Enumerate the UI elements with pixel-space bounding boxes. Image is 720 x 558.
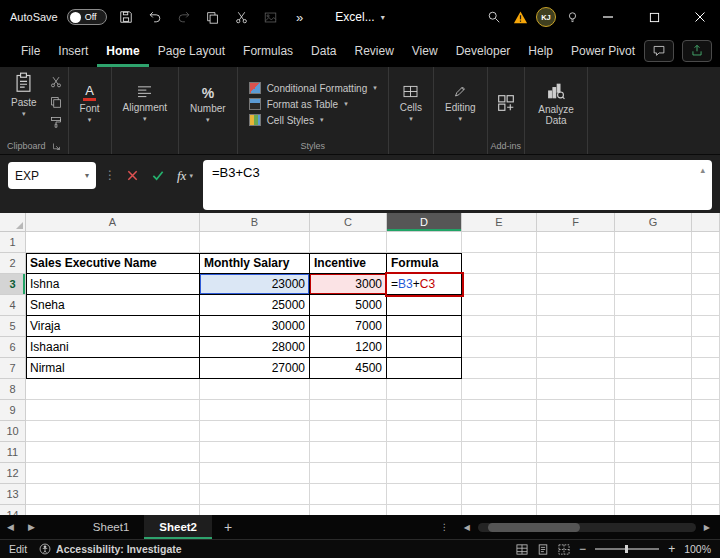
cell-a7[interactable]: Nirmal	[26, 358, 200, 379]
menu-tab-data[interactable]: Data	[302, 34, 345, 67]
formula-input[interactable]: =B3+C3	[203, 160, 712, 210]
cell-b3[interactable]: 23000	[200, 274, 310, 295]
cell-g8[interactable]	[615, 379, 692, 400]
cell-d6[interactable]	[387, 337, 462, 358]
row-header-9[interactable]: 9	[0, 400, 26, 421]
cell-d8[interactable]	[387, 379, 462, 400]
cell-a4[interactable]: Sneha	[26, 295, 200, 316]
cell-d9[interactable]	[387, 400, 462, 421]
cell-h2[interactable]	[692, 253, 720, 274]
cell-b12[interactable]	[200, 463, 310, 484]
accessibility-button[interactable]: Accessibility: Investigate	[39, 543, 181, 555]
cell-c12[interactable]	[310, 463, 387, 484]
menu-tab-formulas[interactable]: Formulas	[234, 34, 302, 67]
format-painter-button[interactable]	[47, 114, 65, 130]
cell-a14[interactable]	[26, 505, 200, 515]
column-header-partial[interactable]	[692, 213, 720, 232]
cell-c10[interactable]	[310, 421, 387, 442]
cut-icon[interactable]	[232, 6, 252, 28]
cell-a11[interactable]	[26, 442, 200, 463]
cell-a12[interactable]	[26, 463, 200, 484]
cells-menu-button[interactable]: Cells	[392, 83, 430, 125]
cell-h4[interactable]	[692, 295, 720, 316]
row-header-12[interactable]: 12	[0, 463, 26, 484]
cell-f9[interactable]	[537, 400, 615, 421]
cell-a5[interactable]: Viraja	[26, 316, 200, 337]
cell-e5[interactable]	[462, 316, 537, 337]
cell-f6[interactable]	[537, 337, 615, 358]
cell-f1[interactable]	[537, 232, 615, 253]
next-sheet-icon[interactable]	[21, 515, 42, 539]
cell-e11[interactable]	[462, 442, 537, 463]
new-sheet-button[interactable]	[212, 515, 244, 539]
column-header-a[interactable]: A	[26, 213, 200, 232]
menu-tab-help[interactable]: Help	[519, 34, 562, 67]
save-icon[interactable]	[116, 6, 136, 28]
cell-b13[interactable]	[200, 484, 310, 505]
cell-b8[interactable]	[200, 379, 310, 400]
zoom-slider[interactable]	[595, 548, 659, 550]
cell-c7[interactable]: 4500	[310, 358, 387, 379]
cell-h10[interactable]	[692, 421, 720, 442]
cell-e12[interactable]	[462, 463, 537, 484]
cell-a10[interactable]	[26, 421, 200, 442]
scrollbar-thumb[interactable]	[488, 523, 580, 532]
cell-d5[interactable]	[387, 316, 462, 337]
cell-d7[interactable]	[387, 358, 462, 379]
cell-b14[interactable]	[200, 505, 310, 515]
lightbulb-icon[interactable]	[562, 6, 582, 28]
hscroll-left-icon[interactable]	[460, 523, 474, 532]
enter-button[interactable]	[149, 162, 167, 189]
cell-g9[interactable]	[615, 400, 692, 421]
row-header-4[interactable]: 4	[0, 295, 26, 316]
tab-options-icon[interactable]	[433, 522, 456, 532]
cell-a13[interactable]	[26, 484, 200, 505]
search-icon[interactable]	[484, 6, 504, 28]
cell-e10[interactable]	[462, 421, 537, 442]
cell-e6[interactable]	[462, 337, 537, 358]
cell-g3[interactable]	[615, 274, 692, 295]
cell-a2[interactable]: Sales Executive Name	[26, 253, 200, 274]
page-break-view-icon[interactable]	[558, 544, 570, 555]
cell-d3[interactable]: =B3+C3	[387, 274, 462, 295]
row-header-1[interactable]: 1	[0, 232, 26, 253]
column-header-g[interactable]: G	[615, 213, 692, 232]
font-menu-button[interactable]: A Font	[72, 82, 108, 126]
picture-icon[interactable]	[261, 6, 281, 28]
cell-b2[interactable]: Monthly Salary	[200, 253, 310, 274]
cell-c11[interactable]	[310, 442, 387, 463]
cell-a8[interactable]	[26, 379, 200, 400]
normal-view-icon[interactable]	[516, 544, 528, 555]
hscroll-right-icon[interactable]	[700, 523, 714, 532]
cell-c8[interactable]	[310, 379, 387, 400]
app-title[interactable]: Excel...	[335, 10, 384, 24]
autosave-toggle[interactable]: Off	[67, 9, 107, 25]
cell-e4[interactable]	[462, 295, 537, 316]
cell-e2[interactable]	[462, 253, 537, 274]
cell-d10[interactable]	[387, 421, 462, 442]
cell-c1[interactable]	[310, 232, 387, 253]
zoom-out-button[interactable]	[579, 542, 586, 556]
column-header-b[interactable]: B	[200, 213, 310, 232]
collapse-formula-bar-icon[interactable]	[700, 165, 705, 175]
cell-h12[interactable]	[692, 463, 720, 484]
cell-b6[interactable]: 28000	[200, 337, 310, 358]
menu-tab-review[interactable]: Review	[345, 34, 402, 67]
cell-g13[interactable]	[615, 484, 692, 505]
cell-e9[interactable]	[462, 400, 537, 421]
sheet-tab-sheet2[interactable]: Sheet2	[144, 515, 212, 539]
horizontal-scrollbar[interactable]	[478, 523, 696, 532]
cell-b9[interactable]	[200, 400, 310, 421]
cell-a1[interactable]	[26, 232, 200, 253]
cell-h11[interactable]	[692, 442, 720, 463]
redo-icon[interactable]	[174, 6, 194, 28]
undo-icon[interactable]	[145, 6, 165, 28]
cell-c4[interactable]: 5000	[310, 295, 387, 316]
cell-c3[interactable]: 3000	[310, 274, 387, 295]
cell-d11[interactable]	[387, 442, 462, 463]
cancel-button[interactable]	[124, 162, 141, 189]
cell-d14[interactable]	[387, 505, 462, 515]
close-button[interactable]	[680, 0, 720, 34]
editing-menu-button[interactable]: Editing	[437, 83, 484, 125]
cell-c13[interactable]	[310, 484, 387, 505]
